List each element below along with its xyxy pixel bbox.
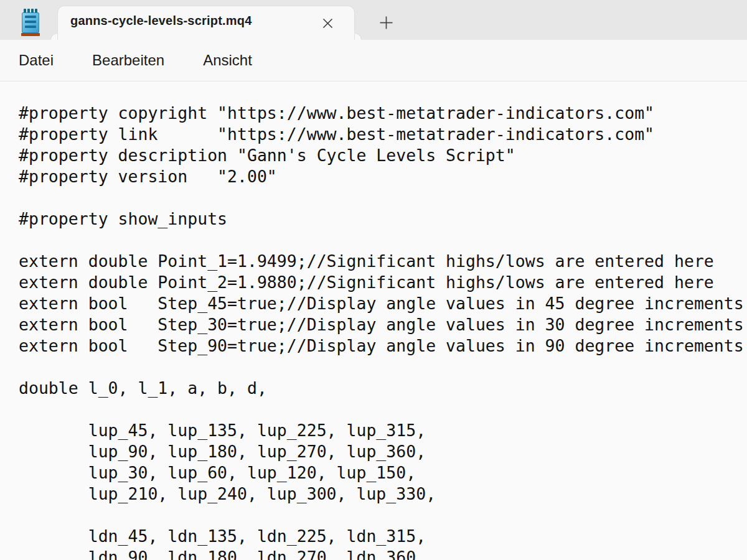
code-line: #property description "Gann's Cycle Leve… [19,145,747,166]
code-line: #property version "2.00" [19,166,747,187]
code-line [19,357,747,378]
code-line: #property show_inputs [19,208,747,230]
code-line: extern bool Step_90=true;//Display angle… [19,335,747,357]
menu-item-ansicht[interactable]: Ansicht [194,48,261,73]
code-line: lup_45, lup_135, lup_225, lup_315, [19,420,747,441]
tab-right-curve [355,34,361,40]
code-line: extern bool Step_30=true;//Display angle… [19,314,747,335]
text-editor-area[interactable]: #property copyright "https://www.best-me… [0,82,747,560]
code-line [19,230,747,251]
plus-icon [380,16,393,29]
code-line [19,187,747,208]
close-icon [322,18,333,29]
new-tab-button[interactable] [375,12,397,33]
notepad-icon-base [21,33,40,36]
code-line: extern double Point_2=1.9880;//Significa… [19,272,747,293]
code-line: double l_0, l_1, a, b, d, [19,378,747,399]
tab-ganns-cycle-levels-script[interactable]: ganns-cycle-levels-script.mq4 [57,6,355,40]
code-line [19,505,747,526]
code-line: extern bool Step_45=true;//Display angle… [19,293,747,314]
tab-strip: ganns-cycle-levels-script.mq4 [0,0,747,40]
menu-item-datei[interactable]: Datei [9,48,63,73]
code-line: #property link "https://www.best-metatra… [19,124,747,145]
code-line [19,399,747,420]
notepad-icon-body [22,12,39,33]
tab-title: ganns-cycle-levels-script.mq4 [70,14,251,28]
menu-bar: Datei Bearbeiten Ansicht [0,40,747,82]
tab-left-curve [51,34,57,40]
notepad-icon [22,8,39,36]
code-line: ldn_45, ldn_135, ldn_225, ldn_315, [19,526,747,547]
code-line: lup_90, lup_180, lup_270, lup_360, [19,441,747,462]
code-line: extern double Point_1=1.9499;//Significa… [19,251,747,272]
close-tab-button[interactable] [317,12,338,34]
code-line: lup_30, lup_60, lup_120, lup_150, [19,462,747,483]
code-line: ldn_90, ldn_180, ldn_270, ldn_360 [19,547,747,560]
code-line: lup_210, lup_240, lup_300, lup_330, [19,483,747,505]
menu-item-bearbeiten[interactable]: Bearbeiten [83,48,174,73]
code-line: #property copyright "https://www.best-me… [19,103,747,124]
notepad-window: ganns-cycle-levels-script.mq4 Datei Bear… [0,0,747,560]
